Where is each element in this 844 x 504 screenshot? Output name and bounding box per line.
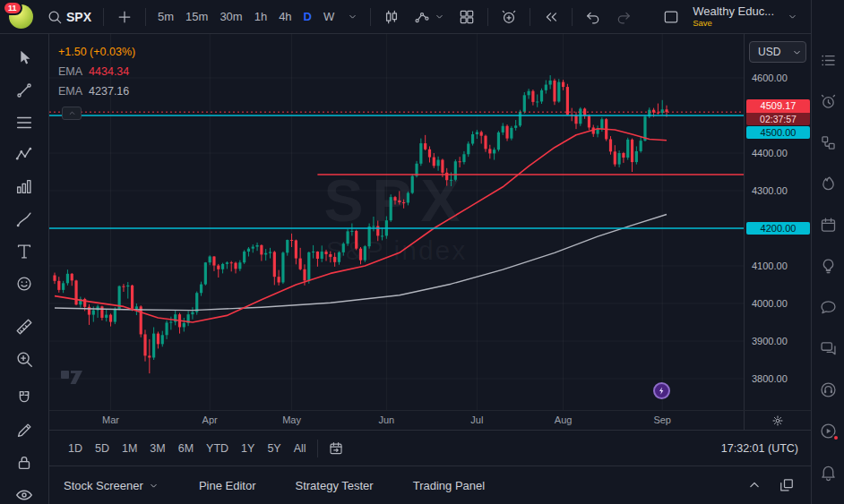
timeframe-group: 5m15m30m1h4hDW: [152, 7, 340, 26]
symbol-search-button[interactable]: SPX: [40, 5, 97, 29]
chart-pl­ot-area[interactable]: SPX S&P index +1.50 (+0.03%) EMA 4434.34: [49, 34, 744, 410]
chat-icon: [819, 298, 838, 317]
calendar-button[interactable]: [814, 204, 841, 245]
price-label: 3800.00: [752, 373, 788, 384]
axis-corner: [744, 411, 811, 430]
ema-fast-legend-row[interactable]: EMA 4434.34: [58, 62, 135, 81]
cursor-icon: [14, 48, 34, 68]
chat-button[interactable]: [814, 286, 841, 328]
trend-line-tool[interactable]: [7, 74, 41, 107]
timeframe-5m[interactable]: 5m: [152, 7, 179, 26]
range-ytd[interactable]: YTD: [200, 439, 235, 458]
tab-stock-screener[interactable]: Stock Screener: [62, 474, 161, 498]
timeframe-30m[interactable]: 30m: [214, 7, 247, 26]
plus-icon: [116, 8, 133, 26]
candles-icon: [383, 8, 400, 26]
streams-button[interactable]: [814, 410, 841, 451]
ema-slow-legend-row[interactable]: EMA 4237.16: [58, 81, 135, 101]
xabcd-pattern-tool[interactable]: [7, 139, 41, 171]
chevron-down-icon: [434, 11, 445, 22]
layout-menu-button[interactable]: [781, 8, 804, 25]
price-label: 3900.00: [752, 336, 788, 346]
timeframe-menu-button[interactable]: [341, 8, 364, 25]
timeframe-w[interactable]: W: [318, 7, 340, 26]
ruler-tool[interactable]: [7, 311, 41, 343]
grid-icon: [458, 8, 476, 26]
range-3m[interactable]: 3M: [143, 439, 171, 458]
save-layout-icon-button[interactable]: [657, 5, 685, 29]
chevron-up-icon: [67, 108, 77, 118]
range-1m[interactable]: 1M: [116, 439, 143, 458]
range-1d[interactable]: 1D: [62, 439, 89, 458]
chart-settings-button[interactable]: [769, 412, 787, 430]
tradingview-logo[interactable]: [60, 368, 84, 390]
object-tree-button[interactable]: [814, 122, 841, 163]
emoji-tool[interactable]: [7, 268, 41, 300]
go-to-date-button[interactable]: [328, 440, 344, 457]
brush-tool[interactable]: [7, 203, 41, 235]
timeframe-4h[interactable]: 4h: [273, 7, 297, 26]
lightning-badge[interactable]: [653, 382, 670, 399]
forecast-tool[interactable]: [7, 171, 41, 203]
bar-replay-button[interactable]: [537, 5, 565, 29]
redo-button[interactable]: [609, 5, 638, 29]
undo-button[interactable]: [579, 5, 607, 29]
ideas-button[interactable]: [814, 245, 841, 286]
notifications-icon: [819, 463, 838, 482]
tab-trading-panel[interactable]: Trading Panel: [411, 474, 487, 498]
tab-label: Stock Screener: [64, 479, 143, 492]
price-axis[interactable]: USD 4509.17 02:37:57 4600.004400.004300.…: [744, 34, 811, 410]
price-label: 4600.00: [752, 73, 788, 83]
tab-label: Strategy Tester: [295, 479, 373, 492]
indicators-button[interactable]: [408, 5, 451, 29]
xabcd-pattern-icon: [14, 145, 34, 165]
range-5y[interactable]: 5Y: [261, 439, 287, 458]
layout-name-button[interactable]: Wealthy Educ... Save: [687, 3, 779, 31]
candlestick-chart[interactable]: [49, 34, 744, 410]
timeframe-1h[interactable]: 1h: [249, 7, 272, 26]
panel-expand-button[interactable]: [743, 474, 766, 497]
panel-restore-button[interactable]: [775, 474, 798, 497]
time-axis[interactable]: MarAprMayJunJulAugSep: [49, 411, 744, 430]
toolbar-divider: [370, 8, 371, 26]
compare-add-button[interactable]: [110, 5, 139, 29]
alerts-button[interactable]: [814, 81, 841, 122]
timezone-clock[interactable]: 17:32:01 (UTC): [721, 442, 798, 455]
tab-strategy-tester[interactable]: Strategy Tester: [293, 474, 375, 498]
search-icon: [46, 8, 64, 26]
support-button[interactable]: [814, 369, 841, 410]
range-5d[interactable]: 5D: [89, 439, 116, 458]
magnet-tool[interactable]: [7, 382, 41, 414]
user-menu-button[interactable]: 11: [7, 3, 39, 30]
zoom-in-tool[interactable]: [7, 343, 41, 375]
zoom-in-icon: [14, 349, 34, 369]
tab-pine-editor[interactable]: Pine Editor: [197, 474, 258, 498]
eye-tool[interactable]: [7, 479, 41, 504]
conversations-button[interactable]: [814, 328, 841, 369]
layout-name: Wealthy Educ...: [693, 5, 774, 19]
lock-tool[interactable]: [7, 447, 41, 479]
fib-retracement-tool[interactable]: [7, 107, 41, 139]
pencil-tool[interactable]: [7, 414, 41, 447]
cursor-tool[interactable]: [7, 42, 41, 74]
currency-selector[interactable]: USD: [749, 41, 806, 63]
legend-collapse-button[interactable]: [62, 107, 82, 120]
layout-grid-button[interactable]: [452, 5, 481, 29]
timeframe-d[interactable]: D: [298, 7, 317, 26]
notifications-button[interactable]: [814, 451, 841, 492]
tradingview-app: 11 SPX 5m15m30m1h4hDW: [0, 0, 844, 504]
hotlists-button[interactable]: [814, 163, 841, 204]
ema-fast-line[interactable]: [55, 129, 667, 322]
range-6m[interactable]: 6M: [172, 439, 200, 458]
chart-style-button[interactable]: [377, 5, 406, 29]
range-all[interactable]: All: [288, 439, 313, 458]
redo-icon: [615, 8, 633, 26]
timeframe-15m[interactable]: 15m: [180, 7, 213, 26]
text-tool[interactable]: [7, 235, 41, 268]
time-axis-row: MarAprMayJunJulAugSep: [49, 410, 811, 430]
watchlist-button[interactable]: [814, 39, 841, 81]
top-toolbar: 11 SPX 5m15m30m1h4hDW: [0, 0, 811, 34]
create-alert-button[interactable]: [495, 5, 523, 29]
object-tree-icon: [819, 133, 838, 152]
range-1y[interactable]: 1Y: [235, 439, 261, 458]
